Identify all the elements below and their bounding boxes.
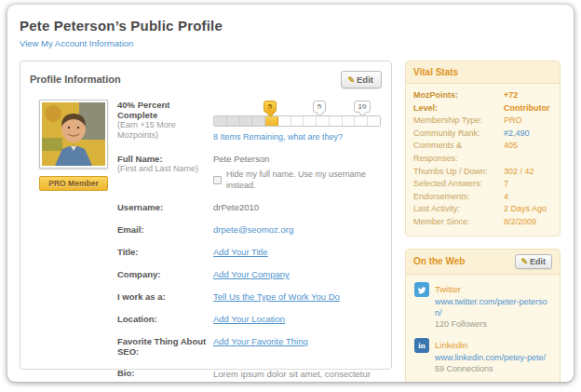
stat-value: Contributor	[504, 102, 552, 115]
vital-stats-title: Vital Stats	[413, 67, 458, 77]
stat-value: 405	[504, 140, 552, 165]
progress-row: 40% Percent Complete (Earn +15 More Mozp…	[117, 100, 382, 142]
progress-sublabel: (Earn +15 More Mozpoints)	[117, 120, 208, 141]
progress-label: 40% Percent Complete	[117, 100, 208, 120]
page-title: Pete Peterson’s Public Profile	[20, 18, 561, 34]
pencil-icon: ✎	[347, 75, 355, 85]
stat-label: Last Activity:	[413, 203, 504, 216]
field-label: Location:	[117, 314, 208, 324]
stat-row-membership: Membership Type: PRO	[413, 115, 552, 128]
profile-edit-label: Edit	[357, 74, 373, 85]
stat-label: Comments & Responses:	[413, 140, 504, 165]
hide-name-checkbox-label: Hide my full name. Use my username inste…	[226, 169, 382, 191]
stat-label: MozPoints:	[413, 89, 504, 102]
field-username: Username: drPete2010	[117, 202, 382, 213]
field-title: Title: Add Your Title	[117, 247, 382, 258]
field-label: Email:	[117, 224, 208, 235]
field-work-type: I work as a: Tell Us the Type of Work Yo…	[117, 291, 382, 303]
linkedin-url-link[interactable]: www.linkedin.com/petey-pete/	[435, 352, 551, 363]
community-rank-link[interactable]: #2,490	[504, 128, 530, 138]
stat-row-comments: Comments & Responses: 405	[413, 140, 552, 165]
add-title-link[interactable]: Add Your Title	[213, 247, 268, 257]
progress-current-badge: 5	[263, 101, 277, 113]
full-name-value: Pete Peterson	[213, 154, 382, 165]
field-email: Email: drpete@seomoz.org	[117, 224, 382, 236]
stat-row-member-since: Member Since: 8/2/2009	[413, 216, 552, 229]
field-company: Company: Add Your Company	[117, 269, 382, 280]
web-link-name: Twitter	[435, 282, 551, 296]
field-location: Location: Add Your Location	[117, 314, 382, 325]
twitter-followers: 120 Followers	[435, 318, 551, 330]
stat-row-endorsements: Endorsements: 4	[413, 191, 552, 204]
field-favorite-thing: Favorite Thing About SEO: Add Your Favor…	[117, 336, 382, 357]
stat-label: Thumbs Up / Down:	[413, 166, 504, 179]
linkedin-icon: in	[414, 338, 429, 353]
field-sublabel: (First and Last Name)	[117, 164, 208, 174]
stat-value: 7	[504, 178, 552, 191]
add-favorite-thing-link[interactable]: Add Your Favorite Thing	[213, 336, 308, 346]
on-the-web-title: On the Web	[413, 256, 465, 266]
account-info-link[interactable]: View My Account Information	[20, 38, 133, 48]
username-value: drPete2010	[213, 202, 382, 213]
field-label: Bio:	[117, 368, 208, 378]
stat-value: PRO	[504, 115, 552, 128]
add-work-type-link[interactable]: Tell Us the Type of Work You Do	[213, 291, 340, 302]
profile-edit-button[interactable]: ✎Edit	[341, 71, 382, 88]
field-label: I work as a:	[117, 291, 208, 302]
stat-value: +72	[504, 89, 552, 102]
linkedin-connections: 59 Connections	[435, 363, 551, 374]
web-link-linkedin: in Linkedin www.linkedin.com/petey-pete/…	[414, 338, 551, 374]
stat-label: Level:	[413, 102, 504, 115]
web-edit-label: Edit	[530, 257, 546, 266]
stat-row-last-activity: Last Activity: 2 Days Ago	[413, 203, 552, 216]
field-label: Favorite Thing About SEO:	[117, 336, 208, 357]
progress-milestone-badge-5: 5	[313, 101, 326, 113]
stat-label: Membership Type:	[413, 115, 504, 128]
page-card: Pete Peterson’s Public Profile View My A…	[7, 5, 574, 382]
stat-value: 8/2/2009	[504, 216, 552, 229]
stat-value: 2 Days Ago	[504, 203, 552, 216]
field-label: Company:	[117, 269, 208, 279]
stat-row-community-rank: Community Rank: #2,490	[413, 128, 552, 141]
field-full-name: Full Name: (First and Last Name) Pete Pe…	[117, 154, 382, 191]
stat-label: Endorsements:	[413, 191, 504, 204]
field-label: Title:	[117, 247, 208, 257]
items-remaining-link[interactable]: 8 Items Remaining, what are they?	[213, 131, 343, 142]
email-link[interactable]: drpete@seomoz.org	[213, 224, 293, 235]
avatar	[39, 100, 108, 169]
field-bio: Bio: Lorem ipsum dolor sit amet, consect…	[117, 368, 382, 382]
profile-progress-bar: 5 5 10	[213, 115, 381, 127]
vital-stats-panel: Vital Stats MozPoints: +72 Level: Contri…	[405, 61, 561, 237]
web-link-name: Linkedin	[435, 338, 551, 352]
stat-row-selected-answers: Selected Answers: 7	[413, 178, 552, 191]
field-label: Username:	[117, 202, 208, 212]
stat-label: Member Since:	[413, 216, 504, 229]
profile-information-panel: Profile Information ✎Edit	[20, 61, 392, 370]
bio-value: Lorem ipsum dolor sit amet, consectetur …	[213, 368, 382, 382]
stat-row-mozpoints: MozPoints: +72	[413, 89, 552, 102]
twitter-url-link[interactable]: www.twitter.com/peter-peterson/	[435, 296, 551, 318]
web-link-twitter: Twitter www.twitter.com/peter-peterson/ …	[414, 282, 551, 330]
on-the-web-panel: On the Web ✎Edit Twitter www.twitter.com…	[405, 249, 561, 382]
stat-row-thumbs: Thumbs Up / Down: 302 / 42	[413, 166, 552, 179]
pencil-icon: ✎	[520, 257, 528, 266]
twitter-icon	[414, 282, 429, 297]
stat-row-level: Level: Contributor	[413, 102, 552, 115]
hide-name-checkbox[interactable]	[213, 176, 222, 184]
stat-label: Selected Answers:	[413, 178, 504, 191]
profile-panel-title: Profile Information	[30, 71, 121, 85]
add-company-link[interactable]: Add Your Company	[213, 269, 290, 279]
stat-value: 4	[504, 191, 552, 204]
add-location-link[interactable]: Add Your Location	[213, 314, 285, 324]
field-label: Full Name:	[117, 154, 208, 164]
progress-milestone-badge-10: 10	[354, 101, 371, 113]
on-the-web-edit-button[interactable]: ✎Edit	[515, 254, 552, 269]
stat-value: 302 / 42	[504, 166, 552, 179]
pro-member-badge: PRO Member	[39, 176, 107, 191]
stat-label: Community Rank:	[413, 128, 504, 141]
